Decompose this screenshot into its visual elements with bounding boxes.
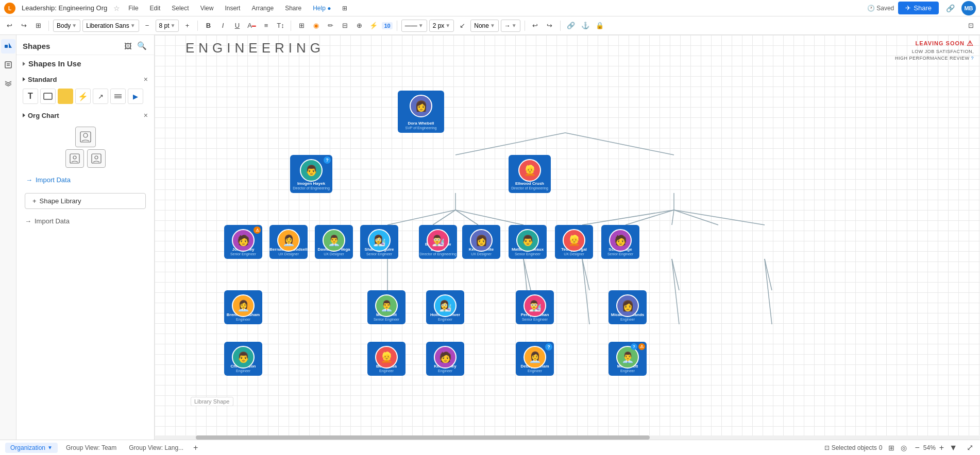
font-increase[interactable]: + <box>181 20 193 32</box>
zoom-in-button[interactable]: + <box>938 443 945 452</box>
org-node-teddy[interactable]: 👱Teddy PregalUX Designer <box>555 225 593 259</box>
redo2-button[interactable]: ↪ <box>544 20 556 32</box>
org-node-kendra[interactable]: 🧑Kendra ScrammageSenior Engineer <box>601 225 639 259</box>
link-button[interactable]: 🔗 <box>943 1 957 15</box>
font-decrease[interactable]: − <box>141 20 154 32</box>
shape-arrow-ne[interactable]: ↗ <box>93 89 108 104</box>
font-select[interactable]: Liberation Sans ▼ <box>82 20 139 32</box>
link2-button[interactable]: 🔗 <box>565 20 577 32</box>
italic-button[interactable]: I <box>216 20 229 32</box>
copy-format-button[interactable]: ⊞ <box>32 20 44 32</box>
waypoint-button[interactable]: ⚡ <box>367 20 380 32</box>
shape-text[interactable]: T <box>23 89 38 104</box>
sidebar-bottom-import[interactable]: → Import Data <box>16 214 154 230</box>
stroke-fill-button[interactable]: ⊟ <box>339 20 351 32</box>
shape-play[interactable]: ▶ <box>128 89 143 104</box>
shape-library-button[interactable]: + Shape Library <box>25 193 146 209</box>
menu-edit[interactable]: Edit <box>148 4 163 13</box>
org-node-percy[interactable]: 👨‍🔬Percy VeltmanSenior Engineer <box>516 290 554 324</box>
menu-arrange[interactable]: Arrange <box>249 4 276 13</box>
line-px-select[interactable]: 2 px ▼ <box>429 20 454 32</box>
font-color-button[interactable]: A▬ <box>245 20 258 32</box>
user-avatar[interactable]: MB <box>961 1 976 15</box>
saved-button[interactable]: 🕐 Saved <box>867 5 894 12</box>
org-node-bartholemew[interactable]: 👨‍🔬Bartholemew DurganDirector of Enginee… <box>419 225 457 259</box>
resize-button[interactable]: ⊡ <box>965 20 977 32</box>
menu-apps[interactable]: ⊞ <box>340 4 349 13</box>
corner-select[interactable]: None ▼ <box>470 20 499 32</box>
align-button[interactable]: ≡ <box>260 20 272 32</box>
menu-help[interactable]: Help ● <box>311 4 333 13</box>
menu-insert[interactable]: Insert <box>223 4 242 13</box>
org-node-ben[interactable]: 👱Ben JansaEngineer <box>367 342 405 376</box>
org-shape-left[interactable] <box>65 149 84 168</box>
org-shape-top[interactable] <box>75 127 96 147</box>
bold-button[interactable]: B <box>202 20 214 32</box>
shapes-in-use-section[interactable]: Shapes In Use <box>16 55 154 72</box>
share-button[interactable]: ✈ Share <box>898 2 939 14</box>
style-select[interactable]: Body ▼ <box>53 20 80 32</box>
group-view-lang[interactable]: Group View: Lang... <box>125 443 188 453</box>
undo-button[interactable]: ↩ <box>3 20 15 32</box>
text-size-button[interactable]: T↕ <box>274 20 286 32</box>
lock-button[interactable]: 🔒 <box>594 20 606 32</box>
h-scrollbar-thumb[interactable] <box>196 435 650 440</box>
org-node-david[interactable]: 👨‍💼David de la VegaUX Designer <box>315 225 353 259</box>
arrow-select[interactable]: → ▼ <box>501 20 520 32</box>
org-node-matteo[interactable]: 👨Matteo GobeauxSenior Engineer <box>509 225 547 259</box>
extra-button[interactable]: ⊕ <box>353 20 365 32</box>
org-shape-right[interactable] <box>87 149 106 168</box>
org-node-mil[interactable]: 👨‍💼?⚠Mil MerrettEngineer <box>609 342 647 376</box>
layers-panel-button[interactable] <box>1 76 15 91</box>
font-size[interactable]: 8 pt ▼ <box>156 20 179 32</box>
shape-lightning[interactable]: ⚡ <box>75 89 91 104</box>
org-node-ellwood[interactable]: 👱Ellwood CrushDirector of Engineering <box>509 155 551 193</box>
diagram-button[interactable]: ◎ <box>901 444 907 452</box>
menu-file[interactable]: File <box>126 4 140 13</box>
menu-view[interactable]: View <box>198 4 216 13</box>
canvas-area[interactable]: ENGINEERING LEAVING SOON ⚠ LOW JOB SATIS… <box>155 35 980 440</box>
line-style-select[interactable]: —— ▼ <box>401 20 427 32</box>
stroke-color-button[interactable]: ✏ <box>324 20 336 32</box>
corner-style-button[interactable]: ↙ <box>456 20 468 32</box>
org-tab[interactable]: Organization ▼ <box>5 443 58 453</box>
org-node-lance[interactable]: 👨Lance ChristiansonEngineer <box>224 342 262 376</box>
star-icon[interactable]: ☆ <box>113 4 120 12</box>
menu-select[interactable]: Select <box>170 4 191 13</box>
org-node-shana[interactable]: 👩‍🔬Shana MaguireSenior Engineer <box>360 225 398 259</box>
redo-button[interactable]: ↪ <box>18 20 30 32</box>
shape-list[interactable] <box>110 89 126 104</box>
fill-color-button[interactable]: ◉ <box>310 20 322 32</box>
org-node-micaela[interactable]: 👩Micaela NeilandsEngineer <box>609 290 647 324</box>
menu-share[interactable]: Share <box>283 4 303 13</box>
org-node-mila[interactable]: 👨‍💼Mila MerritSenior Engineer <box>367 290 405 324</box>
zoom-dropdown-button[interactable]: ▼ <box>948 443 959 452</box>
org-node-imogen[interactable]: 👨?Imogen HayekDirector of Engineering <box>290 155 332 193</box>
org-node-jon[interactable]: 🧑⚠Jon CubleySenior Engineer <box>224 225 262 259</box>
add-tab-button[interactable]: + <box>192 443 199 452</box>
shape-fill[interactable] <box>58 89 73 104</box>
layers-button[interactable]: ⊞ <box>888 444 894 452</box>
underline-button[interactable]: U <box>231 20 243 32</box>
org-node-brenna[interactable]: 👩‍💼Brenna GrashamEngineer <box>224 290 262 324</box>
standard-close-button[interactable]: × <box>144 75 148 83</box>
org-chart-close-button[interactable]: × <box>144 111 148 119</box>
org-node-holmes[interactable]: 👩‍🔬Holmes DenverEngineer <box>426 290 464 324</box>
import-data-link[interactable]: → Import Data <box>16 172 154 188</box>
org-node-dora[interactable]: 👩Dora WhebellSVP of Engineering <box>398 91 444 133</box>
pages-panel-button[interactable] <box>1 58 15 72</box>
org-node-bernadette[interactable]: 👩‍💼Bernadette GodsellUX Designer <box>269 225 308 259</box>
shapes-search-button[interactable]: 🔍 <box>136 40 148 51</box>
h-scrollbar[interactable] <box>155 435 980 440</box>
shapes-panel-button[interactable] <box>1 39 15 54</box>
insert-shape-button[interactable]: ⊞ <box>295 20 308 32</box>
anchor-button[interactable]: ⚓ <box>579 20 592 32</box>
org-node-ken[interactable]: 🧑Ken WitheyEngineer <box>426 342 464 376</box>
fit-page-button[interactable]: ⤢ <box>965 443 975 452</box>
org-node-kenna[interactable]: 👩Kenna WhiteUX Designer <box>462 225 500 259</box>
zoom-out-button[interactable]: − <box>913 443 921 452</box>
group-view-team[interactable]: Group View: Team <box>62 443 121 453</box>
org-node-debby[interactable]: 👩‍💼?Debby LethamEngineer <box>516 342 554 376</box>
undo2-button[interactable]: ↩ <box>529 20 542 32</box>
shape-rect[interactable] <box>40 89 56 104</box>
